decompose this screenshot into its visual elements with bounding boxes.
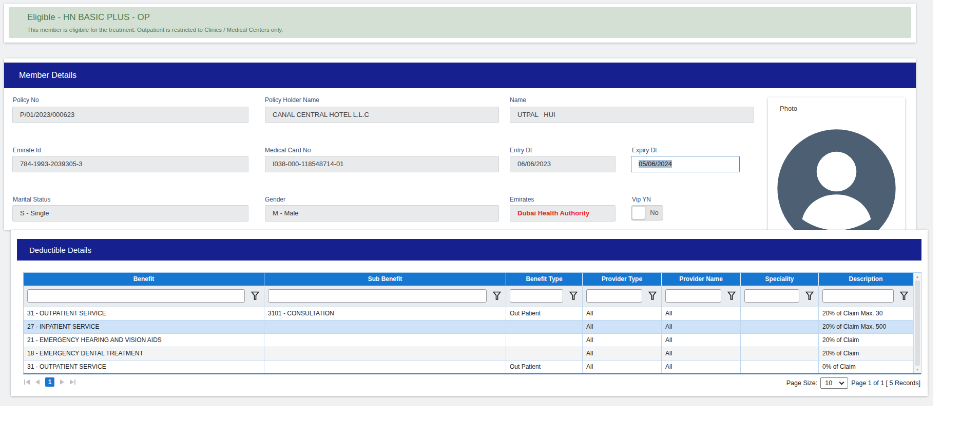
grid-filter-row bbox=[24, 286, 913, 307]
page-size-select[interactable]: 10 bbox=[820, 377, 848, 389]
scroll-down-icon[interactable]: ▼ bbox=[914, 368, 921, 371]
gender-field: M - Male bbox=[265, 205, 499, 222]
eligibility-title: Eligible - HN BASIC PLUS - OP bbox=[27, 12, 150, 23]
member-details-header: Member Details bbox=[4, 63, 916, 88]
filter-funnel-icon[interactable] bbox=[569, 291, 578, 301]
cell-provider-type: All bbox=[583, 321, 662, 333]
cell-speciality bbox=[741, 347, 819, 360]
vertical-scrollbar[interactable]: ▲ ▼ bbox=[913, 273, 921, 373]
page-number-button[interactable]: 1 bbox=[45, 377, 54, 387]
filter-funnel-icon[interactable] bbox=[805, 291, 814, 301]
cell-benefit-type bbox=[506, 321, 583, 333]
scrollbar-thumb[interactable] bbox=[915, 281, 920, 366]
cell-sub-benefit: 3101 - CONSULTATION bbox=[264, 307, 506, 320]
filter-input-provider-name[interactable] bbox=[665, 289, 721, 303]
page-size-label: Page Size: bbox=[786, 379, 817, 387]
photo-label: Photo bbox=[780, 105, 797, 112]
cell-sub-benefit bbox=[264, 321, 506, 333]
member-details-title: Member Details bbox=[19, 71, 76, 80]
table-row[interactable]: 21 - EMERGENCY HEARING AND VISION AIDS A… bbox=[24, 333, 913, 347]
page-size-value: 10 bbox=[825, 379, 832, 387]
filter-funnel-icon[interactable] bbox=[727, 291, 736, 301]
cell-provider-type: All bbox=[583, 307, 662, 320]
table-row[interactable]: 31 - OUTPATIENT SERVICE 3101 - CONSULTAT… bbox=[24, 307, 913, 320]
cell-benefit: 31 - OUTPATIENT SERVICE bbox=[24, 361, 264, 373]
name-field: UTPAL HUI bbox=[510, 107, 754, 123]
cell-description: 20% of Claim bbox=[819, 334, 913, 347]
cell-benefit: 18 - EMERGENCY DENTAL TREATMENT bbox=[24, 347, 264, 360]
column-header-sub-benefit[interactable]: Sub Benefit bbox=[264, 273, 506, 286]
cell-sub-benefit bbox=[264, 334, 506, 347]
emirate-id-label: Emirate Id bbox=[13, 147, 41, 154]
name-label: Name bbox=[510, 96, 526, 104]
cell-description: 20% of Claim Max. 30 bbox=[819, 307, 913, 320]
cell-provider-name: All bbox=[662, 361, 741, 373]
emirates-label: Emirates bbox=[510, 196, 534, 203]
vip-toggle-value: No bbox=[646, 206, 663, 220]
marital-status-field: S - Single bbox=[12, 205, 248, 222]
vip-toggle-knob bbox=[632, 206, 645, 219]
vip-yn-toggle[interactable]: No bbox=[631, 205, 663, 221]
column-header-speciality[interactable]: Speciality bbox=[741, 273, 819, 286]
expiry-dt-input[interactable]: 05/06/2024 bbox=[631, 156, 740, 172]
table-row[interactable]: 18 - EMERGENCY DENTAL TREATMENT All All … bbox=[24, 347, 913, 360]
cell-provider-type: All bbox=[583, 361, 662, 373]
policy-holder-field: CANAL CENTRAL HOTEL L.L.C bbox=[265, 107, 499, 123]
column-header-benefit-type[interactable]: Benefit Type bbox=[506, 273, 583, 286]
vip-yn-label: Vip YN bbox=[632, 196, 651, 203]
grid-header-row: Benefit Sub Benefit Benefit Type Provide… bbox=[24, 273, 913, 286]
cell-speciality bbox=[741, 321, 819, 333]
cell-provider-name: All bbox=[662, 334, 741, 347]
gender-label: Gender bbox=[265, 196, 285, 203]
filter-funnel-icon[interactable] bbox=[493, 291, 501, 301]
deductible-details-section: Deductible Details Benefit Sub Benefit B… bbox=[11, 230, 928, 396]
pagination-summary: Page Size: 10 Page 1 of 1 [ 5 Records] bbox=[786, 377, 920, 389]
next-page-icon[interactable] bbox=[60, 379, 64, 385]
avatar-placeholder-icon bbox=[776, 128, 897, 235]
page-info-text: Page 1 of 1 [ 5 Records] bbox=[851, 379, 920, 387]
cell-provider-name: All bbox=[662, 347, 741, 360]
filter-input-benefit-type[interactable] bbox=[510, 289, 563, 303]
cell-description: 20% of Claim Max. 500 bbox=[819, 321, 913, 333]
cell-speciality bbox=[741, 334, 819, 347]
deductible-details-header: Deductible Details bbox=[17, 239, 921, 261]
filter-input-sub-benefit[interactable] bbox=[268, 289, 487, 303]
cell-benefit: 27 - INPATIENT SERVICE bbox=[24, 321, 264, 333]
policy-holder-label: Policy Holder Name bbox=[265, 96, 319, 104]
entry-dt-label: Entry Dt bbox=[510, 147, 532, 154]
table-row[interactable]: 31 - OUTPATIENT SERVICE Out Patient All … bbox=[24, 360, 913, 373]
column-header-provider-name[interactable]: Provider Name bbox=[662, 273, 741, 286]
cell-provider-type: All bbox=[583, 347, 662, 360]
pagination-bar: 1 Page Size: 10 Page 1 of 1 [ 5 Records] bbox=[23, 377, 921, 390]
cell-benefit: 21 - EMERGENCY HEARING AND VISION AIDS bbox=[24, 334, 264, 347]
first-page-icon[interactable] bbox=[24, 379, 30, 385]
cell-sub-benefit bbox=[264, 361, 506, 373]
cell-speciality bbox=[741, 361, 819, 373]
policy-no-field: P/01/2023/000623 bbox=[12, 107, 248, 123]
chevron-down-icon bbox=[839, 380, 844, 385]
prev-page-icon[interactable] bbox=[35, 379, 40, 385]
table-row-selected[interactable]: 27 - INPATIENT SERVICE All All 20% of Cl… bbox=[24, 320, 913, 333]
filter-input-benefit[interactable] bbox=[27, 289, 245, 303]
cell-benefit-type: Out Patient bbox=[506, 307, 583, 320]
column-header-benefit[interactable]: Benefit bbox=[24, 273, 264, 286]
column-header-provider-type[interactable]: Provider Type bbox=[583, 273, 662, 286]
cell-description: 0% of Claim bbox=[819, 361, 913, 373]
scroll-up-icon[interactable]: ▲ bbox=[914, 275, 921, 278]
photo-panel: Photo bbox=[768, 97, 905, 235]
filter-funnel-icon[interactable] bbox=[648, 291, 657, 301]
filter-funnel-icon[interactable] bbox=[900, 291, 908, 301]
last-page-icon[interactable] bbox=[70, 379, 75, 385]
cell-benefit: 31 - OUTPATIENT SERVICE bbox=[24, 307, 264, 320]
cell-provider-type: All bbox=[583, 334, 662, 347]
filter-input-description[interactable] bbox=[822, 289, 894, 303]
filter-input-speciality[interactable] bbox=[744, 289, 799, 303]
page: Eligible - HN BASIC PLUS - OP This membe… bbox=[0, 0, 980, 440]
medical-card-label: Medical Card No bbox=[265, 147, 311, 154]
column-header-description[interactable]: Description bbox=[819, 273, 913, 286]
cell-provider-name: All bbox=[662, 321, 741, 333]
cell-benefit-type: Out Patient bbox=[506, 361, 583, 373]
filter-input-provider-type[interactable] bbox=[586, 289, 642, 303]
deductible-grid: Benefit Sub Benefit Benefit Type Provide… bbox=[23, 272, 921, 374]
filter-funnel-icon[interactable] bbox=[251, 291, 259, 301]
